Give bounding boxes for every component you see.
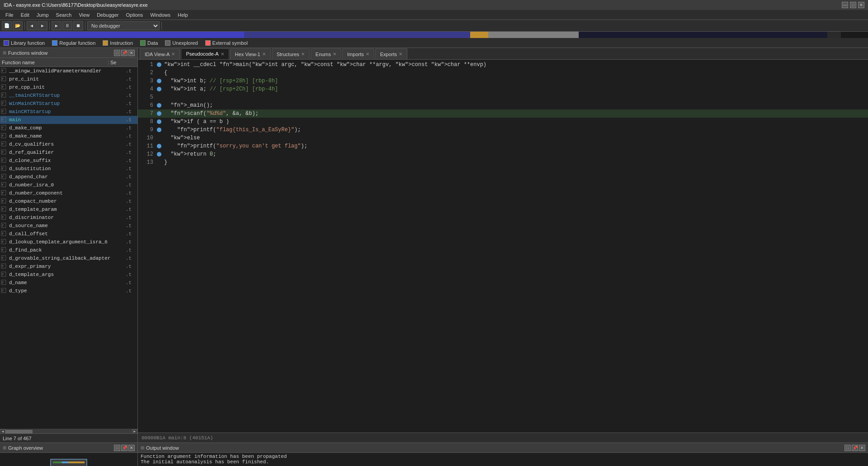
function-row-13[interactable]: fd_append_char.t	[0, 173, 137, 181]
svg-rect-64	[53, 461, 62, 463]
menu-item-search[interactable]: Search	[52, 11, 75, 19]
graph-float-button[interactable]: □	[114, 445, 120, 451]
function-row-22[interactable]: fd_find_pack.t	[0, 246, 137, 254]
function-row-27[interactable]: fd_type.t	[0, 287, 137, 295]
code-line-6[interactable]: 6 "fn">_main();	[138, 101, 868, 109]
toolbar-open[interactable]: 📂	[13, 21, 23, 30]
function-row-26[interactable]: fd_name.t	[0, 279, 137, 287]
legend-library-box	[4, 40, 9, 46]
maximize-button[interactable]: □	[850, 2, 856, 8]
function-row-19[interactable]: fd_source_name.t	[0, 222, 137, 230]
function-row-12[interactable]: fd_substitution.t	[0, 165, 137, 173]
toolbar-pause[interactable]: ⏸	[62, 21, 72, 30]
function-row-5[interactable]: fmainCRTStartup.t	[0, 108, 137, 116]
code-line-8[interactable]: 8 "kw">if ( a == b )	[138, 118, 868, 126]
code-line-7[interactable]: 7 "fn">scanf("%d%d", &a, &b);	[138, 109, 868, 118]
function-row-21[interactable]: fd_lookup_template_argument_isra_6.t	[0, 238, 137, 246]
output-float-button[interactable]: □	[844, 445, 851, 451]
tab-close-3[interactable]: ✕	[301, 52, 305, 57]
panel-lock-button[interactable]: 📌	[121, 50, 127, 56]
menu-item-options[interactable]: Options	[122, 11, 146, 19]
scroll-right-arrow[interactable]: ▶	[132, 429, 137, 434]
function-row-6[interactable]: fmain.t	[0, 116, 137, 124]
functions-list[interactable]: f__mingw_invalidParameterHandler.tfpre_c…	[0, 67, 137, 429]
scroll-thumb[interactable]	[5, 430, 33, 433]
function-name-18: d_discriminator	[8, 215, 124, 220]
toolbar-stop[interactable]: ⏹	[73, 21, 83, 30]
tab-enums[interactable]: Enums✕	[311, 48, 341, 59]
menu-item-view[interactable]: View	[75, 11, 93, 19]
function-row-8[interactable]: fd_make_name.t	[0, 132, 137, 140]
tab-close-4[interactable]: ✕	[333, 52, 336, 57]
function-row-14[interactable]: fd_number_isra_0.t	[0, 181, 137, 189]
code-line-10[interactable]: 10 "kw">else	[138, 134, 868, 142]
function-row-18[interactable]: fd_discriminator.t	[0, 214, 137, 222]
function-row-24[interactable]: fd_expr_primary.t	[0, 262, 137, 271]
line-dot-9	[157, 128, 161, 132]
scroll-left-arrow[interactable]: ◀	[0, 429, 5, 434]
close-button[interactable]: ✕	[858, 2, 864, 8]
output-line-1: The initial autoanalysis has been finish…	[141, 459, 865, 465]
toolbar-back[interactable]: ◀	[27, 21, 37, 30]
function-name-21: d_lookup_template_argument_isra_6	[8, 239, 124, 245]
function-row-17[interactable]: fd_template_param.t	[0, 205, 137, 214]
menu-item-help[interactable]: Help	[174, 11, 192, 19]
code-line-1[interactable]: 1"kw">int __cdecl "fn">main("kw">int arg…	[138, 61, 868, 69]
tab-close-5[interactable]: ✕	[366, 52, 369, 57]
menu-item-edit[interactable]: Edit	[17, 11, 33, 19]
tab-pseudocode-a[interactable]: Pseudocode-A✕	[181, 48, 229, 59]
line-content-13: }	[164, 159, 866, 166]
tab-ida-view-a[interactable]: IDA View-A✕	[140, 48, 180, 59]
code-line-3[interactable]: 3 "kw">int b; // [rsp+28h] [rbp-8h]	[138, 77, 868, 85]
output-close-button[interactable]: ✕	[859, 445, 865, 451]
function-row-1[interactable]: fpre_c_init.t	[0, 75, 137, 83]
function-row-25[interactable]: fd_template_args.t	[0, 271, 137, 279]
function-row-15[interactable]: fd_number_component.t	[0, 189, 137, 197]
function-icon-27: f	[1, 288, 7, 294]
function-row-23[interactable]: fd_grovable_string_callback_adapter.t	[0, 254, 137, 262]
function-row-11[interactable]: fd_clone_suffix.t	[0, 157, 137, 165]
menu-item-file[interactable]: File	[2, 11, 17, 19]
code-line-13[interactable]: 13}	[138, 158, 868, 166]
output-lock-button[interactable]: 📌	[852, 445, 858, 451]
code-line-9[interactable]: 9 "fn">printf("flag{this_Is_a_EaSyRe}");	[138, 126, 868, 134]
debugger-select[interactable]: No debugger	[87, 21, 160, 30]
tab-close-6[interactable]: ✕	[399, 52, 402, 57]
panel-close-button[interactable]: ✕	[128, 50, 135, 56]
code-area[interactable]: 1"kw">int __cdecl "fn">main("kw">int arg…	[138, 60, 868, 433]
code-line-11[interactable]: 11 "fn">printf("sorry,you can't get flag…	[138, 142, 868, 150]
function-row-7[interactable]: fd_make_comp.t	[0, 124, 137, 132]
function-row-10[interactable]: fd_ref_qualifier.t	[0, 148, 137, 157]
tab-close-0[interactable]: ✕	[171, 52, 175, 57]
function-row-16[interactable]: fd_compact_number.t	[0, 197, 137, 205]
tab-imports[interactable]: Imports✕	[342, 48, 374, 59]
menu-item-debugger[interactable]: Debugger	[93, 11, 122, 19]
function-row-9[interactable]: fd_cv_qualifiers.t	[0, 140, 137, 148]
menu-item-jump[interactable]: Jump	[33, 11, 52, 19]
function-row-20[interactable]: fd_call_offset.t	[0, 230, 137, 238]
graph-close-button[interactable]: ✕	[128, 445, 135, 451]
toolbar-forward[interactable]: ▶	[38, 21, 47, 30]
toolbar-run[interactable]: ▶	[52, 21, 61, 30]
function-row-4[interactable]: fWinMainCRTStartup.t	[0, 100, 137, 108]
function-row-3[interactable]: f__tmainCRTStartup.t	[0, 91, 137, 100]
code-line-5[interactable]: 5	[138, 93, 868, 101]
function-row-0[interactable]: f__mingw_invalidParameterHandler.t	[0, 67, 137, 75]
function-row-2[interactable]: fpre_cpp_init.t	[0, 83, 137, 91]
menu-item-windows[interactable]: Windows	[146, 11, 174, 19]
tab-close-1[interactable]: ✕	[221, 52, 224, 57]
code-line-12[interactable]: 12 "kw">return 0;	[138, 150, 868, 158]
panel-float-button[interactable]: □	[114, 50, 120, 56]
tab-close-2[interactable]: ✕	[262, 52, 266, 57]
code-line-4[interactable]: 4 "kw">int a; // [rsp+2Ch] [rbp-4h]	[138, 85, 868, 93]
graph-lock-button[interactable]: 📌	[121, 445, 127, 451]
tab-exports[interactable]: Exports✕	[375, 48, 407, 59]
scroll-track[interactable]	[5, 430, 132, 433]
code-line-2[interactable]: 2{	[138, 69, 868, 77]
tab-structures[interactable]: Structures✕	[272, 48, 310, 59]
toolbar-new[interactable]: 📄	[2, 21, 12, 30]
horiz-scrollbar[interactable]: ◀ ▶	[0, 429, 137, 433]
minimize-button[interactable]: —	[842, 2, 848, 8]
svg-text:f: f	[2, 94, 4, 97]
tab-hex-view-1[interactable]: Hex View-1✕	[230, 48, 271, 59]
